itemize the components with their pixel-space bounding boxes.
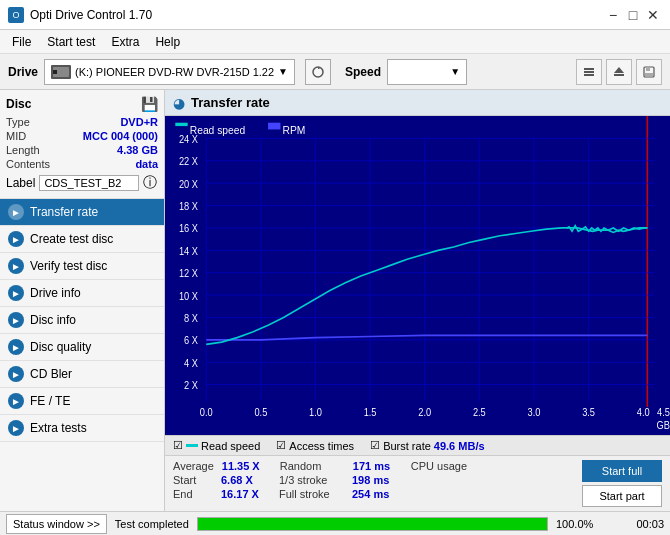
nav-item-transfer-rate[interactable]: ► Transfer rate xyxy=(0,199,164,226)
stat-actions: Start full Start part xyxy=(574,460,662,507)
nav-label-verify-test-disc: Verify test disc xyxy=(30,259,107,273)
titlebar-left: O Opti Drive Control 1.70 xyxy=(8,7,152,23)
read-speed-legend[interactable]: ☑ Read speed xyxy=(173,439,260,452)
access-times-legend[interactable]: ☑ Access times xyxy=(276,439,354,452)
menu-help[interactable]: Help xyxy=(147,33,188,51)
status-window-button[interactable]: Status window >> xyxy=(6,514,107,534)
svg-text:2 X: 2 X xyxy=(184,380,198,391)
drive-refresh-button[interactable] xyxy=(305,59,331,85)
nav-icon-fe-te: ► xyxy=(8,393,24,409)
svg-text:18 X: 18 X xyxy=(179,201,199,212)
svg-text:14 X: 14 X xyxy=(179,245,199,256)
drive-value: (K:) PIONEER DVD-RW DVR-215D 1.22 xyxy=(75,66,274,78)
svg-text:6 X: 6 X xyxy=(184,335,198,346)
stats-left: Average 11.35 X Random 171 ms CPU usage … xyxy=(173,460,574,502)
nav-label-fe-te: FE / TE xyxy=(30,394,70,408)
burst-rate-legend[interactable]: ☑ Burst rate 49.6 MB/s xyxy=(370,439,484,452)
read-speed-legend-label: Read speed xyxy=(201,440,260,452)
nav-item-verify-test-disc[interactable]: ► Verify test disc xyxy=(0,253,164,280)
toolbar-btn-1[interactable] xyxy=(576,59,602,85)
drive-icon xyxy=(51,65,71,79)
nav-item-fe-te[interactable]: ► FE / TE xyxy=(0,388,164,415)
disc-icon[interactable]: 💾 xyxy=(141,96,158,112)
svg-text:12 X: 12 X xyxy=(179,268,199,279)
main-area: Disc 💾 Type DVD+R MID MCC 004 (000) Leng… xyxy=(0,90,670,511)
stats-main: Average 11.35 X Random 171 ms CPU usage … xyxy=(173,460,662,507)
nav-icon-extra-tests: ► xyxy=(8,420,24,436)
menubar: File Start test Extra Help xyxy=(0,30,670,54)
read-speed-check: ☑ xyxy=(173,439,183,452)
settings-icon xyxy=(582,65,596,79)
menu-file[interactable]: File xyxy=(4,33,39,51)
status-progress-bar xyxy=(198,518,547,530)
nav-icon-verify-test-disc: ► xyxy=(8,258,24,274)
nav-label-drive-info: Drive info xyxy=(30,286,81,300)
disc-contents-row: Contents data xyxy=(6,158,158,170)
toolbar-btn-3[interactable] xyxy=(636,59,662,85)
toolbar-icons xyxy=(576,59,662,85)
disc-mid-label: MID xyxy=(6,130,26,142)
minimize-button[interactable]: − xyxy=(604,6,622,24)
start-part-button[interactable]: Start part xyxy=(582,485,662,507)
speed-dropdown-arrow: ▼ xyxy=(450,66,460,77)
start-full-button[interactable]: Start full xyxy=(582,460,662,482)
average-value: 11.35 X xyxy=(222,460,272,472)
svg-rect-16 xyxy=(268,123,280,130)
disc-length-row: Length 4.38 GB xyxy=(6,144,158,156)
nav-item-create-test-disc[interactable]: ► Create test disc xyxy=(0,226,164,253)
close-button[interactable]: ✕ xyxy=(644,6,662,24)
speed-label: Speed xyxy=(345,65,381,79)
speed-select[interactable]: ▼ xyxy=(387,59,467,85)
disc-header: Disc 💾 xyxy=(6,96,158,112)
stats-row-start: Start 6.68 X 1/3 stroke 198 ms xyxy=(173,474,574,486)
save-icon xyxy=(642,65,656,79)
start-label: Start xyxy=(173,474,213,486)
nav-item-disc-info[interactable]: ► Disc info xyxy=(0,307,164,334)
disc-label-input[interactable] xyxy=(39,175,139,191)
nav-item-drive-info[interactable]: ► Drive info xyxy=(0,280,164,307)
svg-rect-7 xyxy=(614,74,624,76)
status-time: 00:03 xyxy=(614,518,664,530)
random-label: Random xyxy=(280,460,345,472)
end-label: End xyxy=(173,488,213,500)
svg-text:0.5: 0.5 xyxy=(254,407,267,418)
nav-item-cd-bler[interactable]: ► CD Bler xyxy=(0,361,164,388)
right-panel: ◕ Transfer rate Read speed RPM xyxy=(165,90,670,511)
app-icon: O xyxy=(8,7,24,23)
drive-select[interactable]: (K:) PIONEER DVD-RW DVR-215D 1.22 ▼ xyxy=(44,59,295,85)
menu-start-test[interactable]: Start test xyxy=(39,33,103,51)
svg-rect-5 xyxy=(584,68,594,70)
svg-text:RPM: RPM xyxy=(282,124,305,136)
statusbar: Status window >> Test completed 100.0% 0… xyxy=(0,511,670,535)
status-progress-container xyxy=(197,517,548,531)
menu-extra[interactable]: Extra xyxy=(103,33,147,51)
svg-rect-10 xyxy=(646,67,650,71)
chart-header: ◕ Transfer rate xyxy=(165,90,670,116)
end-value: 16.17 X xyxy=(221,488,271,500)
disc-label-row: Label ⓘ xyxy=(6,174,158,192)
cpu-value xyxy=(489,460,539,472)
nav-items: ► Transfer rate ► Create test disc ► Ver… xyxy=(0,199,164,442)
nav-item-extra-tests[interactable]: ► Extra tests xyxy=(0,415,164,442)
disc-type-label: Type xyxy=(6,116,30,128)
svg-rect-6 xyxy=(584,74,594,76)
maximize-button[interactable]: □ xyxy=(624,6,642,24)
titlebar: O Opti Drive Control 1.70 − □ ✕ xyxy=(0,0,670,30)
read-speed-color xyxy=(186,444,198,447)
disc-contents-value: data xyxy=(135,158,158,170)
svg-text:4 X: 4 X xyxy=(184,357,198,368)
nav-item-disc-quality[interactable]: ► Disc quality xyxy=(0,334,164,361)
nav-label-disc-info: Disc info xyxy=(30,313,76,327)
status-text: Test completed xyxy=(115,518,189,530)
toolbar-btn-2[interactable] xyxy=(606,59,632,85)
svg-text:8 X: 8 X xyxy=(184,313,198,324)
drive-label: Drive xyxy=(8,65,38,79)
access-times-legend-label: Access times xyxy=(289,440,354,452)
chart-svg: Read speed RPM xyxy=(165,116,670,435)
chart-area: Read speed RPM xyxy=(165,116,670,435)
svg-marker-8 xyxy=(614,67,624,73)
svg-text:1.0: 1.0 xyxy=(309,407,322,418)
disc-type-row: Type DVD+R xyxy=(6,116,158,128)
disc-label-icon[interactable]: ⓘ xyxy=(143,174,157,192)
svg-rect-2 xyxy=(53,70,57,74)
